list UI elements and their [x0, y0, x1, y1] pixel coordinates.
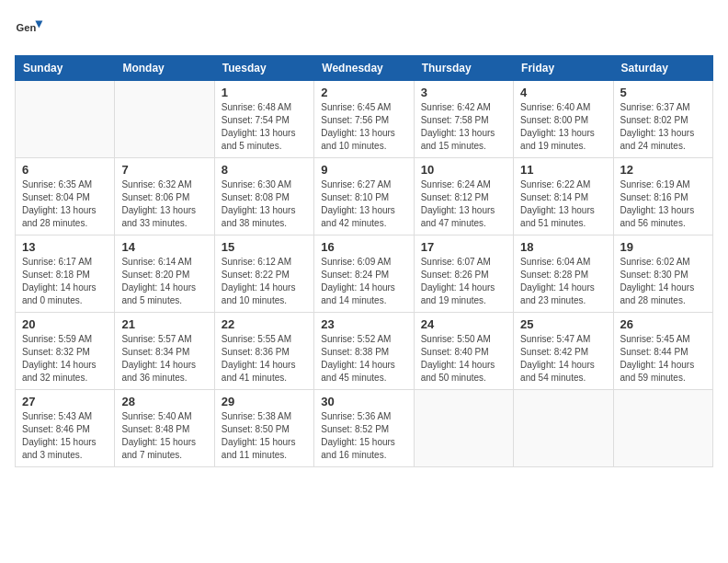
day-cell	[115, 81, 214, 158]
calendar-table: SundayMondayTuesdayWednesdayThursdayFrid…	[15, 55, 713, 467]
day-cell: 15Sunrise: 6:12 AMSunset: 8:22 PMDayligh…	[214, 236, 313, 313]
day-info: Sunrise: 6:35 AMSunset: 8:04 PMDaylight:…	[22, 178, 108, 230]
day-info: Sunrise: 5:59 AMSunset: 8:32 PMDaylight:…	[22, 333, 108, 385]
header-saturday: Saturday	[613, 56, 712, 81]
day-cell: 17Sunrise: 6:07 AMSunset: 8:26 PMDayligh…	[414, 236, 513, 313]
day-cell: 16Sunrise: 6:09 AMSunset: 8:24 PMDayligh…	[314, 236, 414, 313]
day-cell: 1Sunrise: 6:48 AMSunset: 7:54 PMDaylight…	[214, 81, 313, 158]
day-info: Sunrise: 6:02 AMSunset: 8:30 PMDaylight:…	[620, 256, 706, 307]
day-number: 29	[222, 395, 307, 408]
day-cell: 7Sunrise: 6:32 AMSunset: 8:06 PMDaylight…	[115, 158, 214, 236]
day-number: 3	[421, 86, 506, 99]
day-cell: 24Sunrise: 5:50 AMSunset: 8:40 PMDayligh…	[414, 313, 513, 390]
day-cell: 28Sunrise: 5:40 AMSunset: 8:48 PMDayligh…	[115, 390, 214, 467]
day-info: Sunrise: 6:30 AMSunset: 8:08 PMDaylight:…	[222, 178, 307, 230]
day-number: 2	[321, 86, 406, 99]
day-info: Sunrise: 6:04 AMSunset: 8:28 PMDaylight:…	[520, 256, 606, 307]
week-row-3: 13Sunrise: 6:17 AMSunset: 8:18 PMDayligh…	[16, 236, 713, 313]
day-info: Sunrise: 6:07 AMSunset: 8:26 PMDaylight:…	[421, 256, 506, 307]
day-cell: 14Sunrise: 6:14 AMSunset: 8:20 PMDayligh…	[115, 236, 214, 313]
header-wednesday: Wednesday	[314, 56, 414, 81]
day-number: 13	[22, 240, 108, 254]
day-number: 18	[520, 240, 606, 254]
day-number: 19	[620, 240, 706, 254]
header-tuesday: Tuesday	[214, 56, 313, 81]
day-cell: 29Sunrise: 5:38 AMSunset: 8:50 PMDayligh…	[214, 390, 313, 467]
day-cell: 21Sunrise: 5:57 AMSunset: 8:34 PMDayligh…	[115, 313, 214, 390]
day-number: 9	[321, 163, 406, 177]
day-info: Sunrise: 5:57 AMSunset: 8:34 PMDaylight:…	[121, 333, 207, 385]
day-number: 6	[22, 163, 108, 177]
logo-icon: Gen	[15, 15, 44, 44]
day-info: Sunrise: 6:48 AMSunset: 7:54 PMDaylight:…	[222, 101, 307, 153]
day-number: 24	[421, 317, 506, 331]
day-info: Sunrise: 5:38 AMSunset: 8:50 PMDaylight:…	[222, 410, 307, 462]
day-cell: 8Sunrise: 6:30 AMSunset: 8:08 PMDaylight…	[214, 158, 313, 236]
day-cell: 9Sunrise: 6:27 AMSunset: 8:10 PMDaylight…	[314, 158, 414, 236]
header-thursday: Thursday	[414, 56, 513, 81]
day-cell: 10Sunrise: 6:24 AMSunset: 8:12 PMDayligh…	[414, 158, 513, 236]
day-info: Sunrise: 6:12 AMSunset: 8:22 PMDaylight:…	[222, 256, 307, 307]
day-cell: 4Sunrise: 6:40 AMSunset: 8:00 PMDaylight…	[514, 81, 613, 158]
day-number: 5	[620, 86, 706, 99]
day-info: Sunrise: 6:14 AMSunset: 8:20 PMDaylight:…	[121, 256, 207, 307]
day-cell: 19Sunrise: 6:02 AMSunset: 8:30 PMDayligh…	[613, 236, 712, 313]
day-info: Sunrise: 5:43 AMSunset: 8:46 PMDaylight:…	[22, 410, 108, 462]
day-cell	[514, 390, 613, 467]
day-cell: 5Sunrise: 6:37 AMSunset: 8:02 PMDaylight…	[613, 81, 712, 158]
day-number: 11	[520, 163, 606, 177]
day-info: Sunrise: 6:40 AMSunset: 8:00 PMDaylight:…	[520, 101, 606, 153]
day-number: 27	[22, 395, 108, 408]
day-info: Sunrise: 6:32 AMSunset: 8:06 PMDaylight:…	[121, 178, 207, 230]
header-monday: Monday	[115, 56, 214, 81]
week-row-2: 6Sunrise: 6:35 AMSunset: 8:04 PMDaylight…	[16, 158, 713, 236]
day-number: 7	[121, 163, 207, 177]
week-row-4: 20Sunrise: 5:59 AMSunset: 8:32 PMDayligh…	[16, 313, 713, 390]
day-number: 28	[121, 395, 207, 408]
header-friday: Friday	[514, 56, 613, 81]
day-cell: 27Sunrise: 5:43 AMSunset: 8:46 PMDayligh…	[16, 390, 115, 467]
day-cell: 12Sunrise: 6:19 AMSunset: 8:16 PMDayligh…	[613, 158, 712, 236]
day-cell: 20Sunrise: 5:59 AMSunset: 8:32 PMDayligh…	[16, 313, 115, 390]
day-number: 10	[421, 163, 506, 177]
day-info: Sunrise: 6:24 AMSunset: 8:12 PMDaylight:…	[421, 178, 506, 230]
day-cell: 18Sunrise: 6:04 AMSunset: 8:28 PMDayligh…	[514, 236, 613, 313]
day-number: 14	[121, 240, 207, 254]
day-number: 21	[121, 317, 207, 331]
day-cell: 26Sunrise: 5:45 AMSunset: 8:44 PMDayligh…	[613, 313, 712, 390]
page-header: Gen	[15, 15, 713, 44]
header-sunday: Sunday	[16, 56, 115, 81]
day-cell: 2Sunrise: 6:45 AMSunset: 7:56 PMDaylight…	[314, 81, 414, 158]
svg-marker-1	[35, 20, 42, 28]
day-number: 22	[222, 317, 307, 331]
svg-text:Gen: Gen	[17, 22, 37, 33]
day-cell: 23Sunrise: 5:52 AMSunset: 8:38 PMDayligh…	[314, 313, 414, 390]
day-info: Sunrise: 5:50 AMSunset: 8:40 PMDaylight:…	[421, 333, 506, 385]
day-info: Sunrise: 5:40 AMSunset: 8:48 PMDaylight:…	[121, 410, 207, 462]
day-info: Sunrise: 6:09 AMSunset: 8:24 PMDaylight:…	[321, 256, 406, 307]
day-cell	[16, 81, 115, 158]
day-number: 26	[620, 317, 706, 331]
day-number: 20	[22, 317, 108, 331]
day-info: Sunrise: 6:37 AMSunset: 8:02 PMDaylight:…	[620, 101, 706, 153]
day-number: 4	[520, 86, 606, 99]
day-cell: 13Sunrise: 6:17 AMSunset: 8:18 PMDayligh…	[16, 236, 115, 313]
logo: Gen	[15, 15, 48, 44]
day-info: Sunrise: 6:27 AMSunset: 8:10 PMDaylight:…	[321, 178, 406, 230]
day-info: Sunrise: 6:19 AMSunset: 8:16 PMDaylight:…	[620, 178, 706, 230]
day-number: 30	[321, 395, 406, 408]
day-number: 1	[222, 86, 307, 99]
day-cell: 25Sunrise: 5:47 AMSunset: 8:42 PMDayligh…	[514, 313, 613, 390]
day-number: 23	[321, 317, 406, 331]
calendar-header-row: SundayMondayTuesdayWednesdayThursdayFrid…	[16, 56, 713, 81]
day-info: Sunrise: 6:17 AMSunset: 8:18 PMDaylight:…	[22, 256, 108, 307]
day-number: 16	[321, 240, 406, 254]
day-number: 12	[620, 163, 706, 177]
day-info: Sunrise: 5:55 AMSunset: 8:36 PMDaylight:…	[222, 333, 307, 385]
day-cell: 22Sunrise: 5:55 AMSunset: 8:36 PMDayligh…	[214, 313, 313, 390]
day-cell	[414, 390, 513, 467]
day-info: Sunrise: 5:36 AMSunset: 8:52 PMDaylight:…	[321, 410, 406, 462]
day-cell: 6Sunrise: 6:35 AMSunset: 8:04 PMDaylight…	[16, 158, 115, 236]
day-number: 15	[222, 240, 307, 254]
day-info: Sunrise: 6:45 AMSunset: 7:56 PMDaylight:…	[321, 101, 406, 153]
